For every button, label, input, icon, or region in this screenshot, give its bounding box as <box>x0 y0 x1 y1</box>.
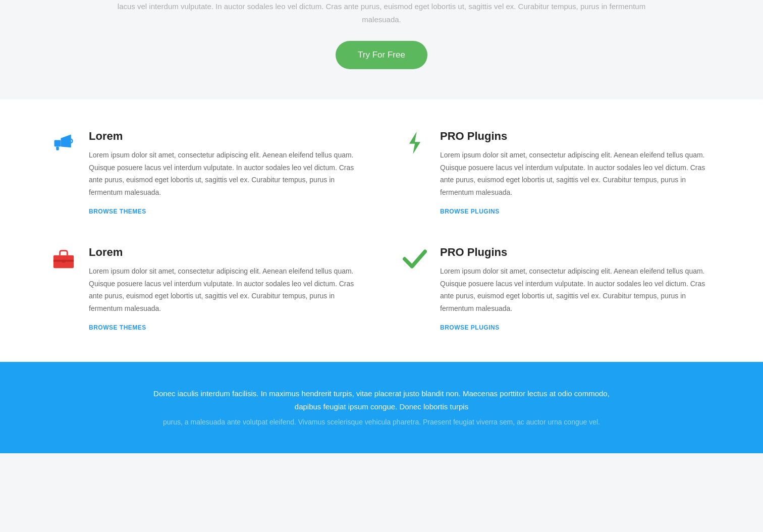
feature-desc-pro-plugins-1: Lorem ipsum dolor sit amet, consectetur … <box>440 149 713 198</box>
feature-title-pro-plugins-2: PRO Plugins <box>440 246 713 259</box>
feature-title-pro-plugins-1: PRO Plugins <box>440 130 713 143</box>
megaphone-icon <box>50 130 77 156</box>
lightning-icon <box>402 130 428 156</box>
browse-themes-link-2[interactable]: BROWSE THEMES <box>89 324 146 331</box>
try-for-free-button[interactable]: Try For Free <box>336 41 427 69</box>
feature-item-pro-plugins-1: PRO Plugins Lorem ipsum dolor sit amet, … <box>402 130 713 216</box>
feature-item-lorem-1: Lorem Lorem ipsum dolor sit amet, consec… <box>50 130 361 216</box>
feature-content-lorem-1: Lorem Lorem ipsum dolor sit amet, consec… <box>89 130 361 216</box>
feature-desc-lorem-2: Lorem ipsum dolor sit amet, consectetur … <box>89 265 361 314</box>
feature-item-pro-plugins-2: PRO Plugins Lorem ipsum dolor sit amet, … <box>402 246 713 332</box>
feature-desc-lorem-1: Lorem ipsum dolor sit amet, consectetur … <box>89 149 361 198</box>
features-section: Lorem Lorem ipsum dolor sit amet, consec… <box>0 99 763 362</box>
svg-rect-1 <box>56 146 59 150</box>
briefcase-icon <box>50 246 77 272</box>
top-description: lacus vel interdum vulputate. In auctor … <box>101 0 662 26</box>
svg-marker-2 <box>409 132 420 154</box>
feature-content-pro-plugins-2: PRO Plugins Lorem ipsum dolor sit amet, … <box>440 246 713 332</box>
footer-text-sub: purus, a malesuada ante volutpat eleifen… <box>151 416 612 429</box>
feature-desc-pro-plugins-2: Lorem ipsum dolor sit amet, consectetur … <box>440 265 713 314</box>
feature-content-lorem-2: Lorem Lorem ipsum dolor sit amet, consec… <box>89 246 361 332</box>
feature-title-lorem-2: Lorem <box>89 246 361 259</box>
features-grid: Lorem Lorem ipsum dolor sit amet, consec… <box>50 130 713 332</box>
browse-plugins-link-2[interactable]: BROWSE PLUGINS <box>440 324 500 331</box>
feature-title-lorem-1: Lorem <box>89 130 361 143</box>
browse-themes-link-1[interactable]: BROWSE THEMES <box>89 208 146 215</box>
feature-content-pro-plugins-1: PRO Plugins Lorem ipsum dolor sit amet, … <box>440 130 713 216</box>
svg-rect-0 <box>54 140 61 146</box>
footer-text-main: Donec iaculis interdum facilisis. In max… <box>151 387 612 414</box>
checkmark-icon <box>402 246 428 272</box>
top-section: lacus vel interdum vulputate. In auctor … <box>0 0 763 99</box>
browse-plugins-link-1[interactable]: BROWSE PLUGINS <box>440 208 500 215</box>
feature-item-lorem-2: Lorem Lorem ipsum dolor sit amet, consec… <box>50 246 361 332</box>
footer-section: Donec iaculis interdum facilisis. In max… <box>0 362 763 453</box>
svg-rect-5 <box>53 260 74 262</box>
